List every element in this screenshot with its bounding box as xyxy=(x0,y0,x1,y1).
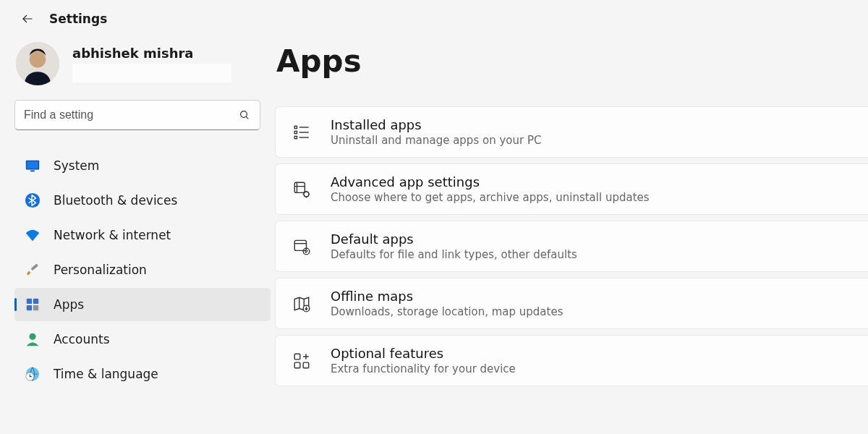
monitor-icon xyxy=(25,158,41,174)
sidebar-item-time-language[interactable]: Time & language xyxy=(14,357,271,391)
sidebar: Settings abhishek mishra xyxy=(0,0,275,434)
card-default-apps[interactable]: Default apps Defaults for file and link … xyxy=(275,221,868,272)
sidebar-item-label: System xyxy=(54,158,99,173)
sidebar-item-label: Accounts xyxy=(54,332,110,346)
card-subtitle: Choose where to get apps, archive apps, … xyxy=(331,191,650,204)
card-title: Default apps xyxy=(331,231,577,247)
svg-rect-11 xyxy=(33,299,38,304)
card-offline-maps[interactable]: Offline maps Downloads, storage location… xyxy=(275,278,868,329)
header: Settings xyxy=(14,10,271,27)
back-button[interactable] xyxy=(19,10,36,27)
bluetooth-icon xyxy=(25,192,41,208)
sidebar-nav: System Bluetooth & devices Network & int… xyxy=(14,149,271,391)
app-gear-icon xyxy=(292,179,312,200)
user-email xyxy=(72,64,231,82)
sidebar-item-label: Personalization xyxy=(54,263,147,277)
svg-rect-31 xyxy=(303,362,309,368)
svg-point-3 xyxy=(241,111,247,118)
sidebar-item-bluetooth[interactable]: Bluetooth & devices xyxy=(14,184,271,217)
search-icon xyxy=(238,109,251,122)
window-check-icon xyxy=(292,237,312,257)
map-download-icon xyxy=(292,294,312,314)
svg-rect-23 xyxy=(294,182,305,192)
settings-cards: Installed apps Uninstall and manage apps… xyxy=(275,106,868,386)
user-name: abhishek mishra xyxy=(72,46,231,61)
svg-rect-12 xyxy=(27,305,32,310)
window-title: Settings xyxy=(49,12,107,26)
paintbrush-icon xyxy=(25,262,41,278)
svg-point-14 xyxy=(29,333,35,340)
card-installed-apps[interactable]: Installed apps Uninstall and manage apps… xyxy=(275,106,868,158)
svg-rect-13 xyxy=(33,305,38,310)
sidebar-item-accounts[interactable]: Accounts xyxy=(14,323,271,356)
account-info[interactable]: abhishek mishra xyxy=(14,38,271,90)
svg-point-2 xyxy=(30,51,46,68)
card-title: Installed apps xyxy=(331,117,541,132)
sidebar-item-label: Time & language xyxy=(54,367,158,381)
svg-rect-7 xyxy=(30,170,35,171)
svg-rect-18 xyxy=(294,131,297,133)
sidebar-item-personalization[interactable]: Personalization xyxy=(14,253,271,286)
card-subtitle: Extra functionality for your device xyxy=(331,362,516,375)
card-subtitle: Uninstall and manage apps on your PC xyxy=(331,134,541,147)
card-subtitle: Defaults for file and link types, other … xyxy=(331,248,577,261)
sidebar-item-label: Apps xyxy=(54,297,84,312)
sidebar-item-system[interactable]: System xyxy=(14,149,271,182)
card-title: Offline maps xyxy=(331,289,563,304)
svg-rect-9 xyxy=(30,263,38,271)
sidebar-item-network[interactable]: Network & internet xyxy=(14,218,271,252)
svg-rect-19 xyxy=(294,136,297,138)
card-optional-features[interactable]: Optional features Extra functionality fo… xyxy=(275,335,868,386)
sidebar-item-apps[interactable]: Apps xyxy=(14,288,271,321)
grid-plus-icon xyxy=(292,351,312,371)
search-input[interactable] xyxy=(24,109,229,122)
page-title: Apps xyxy=(275,43,868,79)
card-title: Advanced app settings xyxy=(331,174,650,190)
sidebar-item-label: Network & internet xyxy=(54,228,171,242)
search-box[interactable] xyxy=(14,100,260,130)
person-icon xyxy=(25,331,41,347)
card-subtitle: Downloads, storage location, map updates xyxy=(331,305,563,318)
card-title: Optional features xyxy=(331,346,516,361)
svg-line-4 xyxy=(246,116,248,119)
avatar xyxy=(16,42,59,85)
wifi-icon xyxy=(25,227,41,243)
svg-rect-30 xyxy=(294,362,300,368)
sidebar-item-label: Bluetooth & devices xyxy=(54,193,177,208)
main-panel: Apps Installed apps Uninstall and manage… xyxy=(275,0,868,434)
globe-clock-icon xyxy=(25,366,41,382)
apps-icon xyxy=(25,297,41,312)
svg-rect-29 xyxy=(294,354,300,359)
arrow-left-icon xyxy=(21,12,34,25)
svg-rect-6 xyxy=(27,161,38,169)
svg-rect-10 xyxy=(27,299,32,304)
list-icon xyxy=(292,122,312,142)
card-advanced-app-settings[interactable]: Advanced app settings Choose where to ge… xyxy=(275,163,868,215)
svg-rect-17 xyxy=(294,126,297,128)
